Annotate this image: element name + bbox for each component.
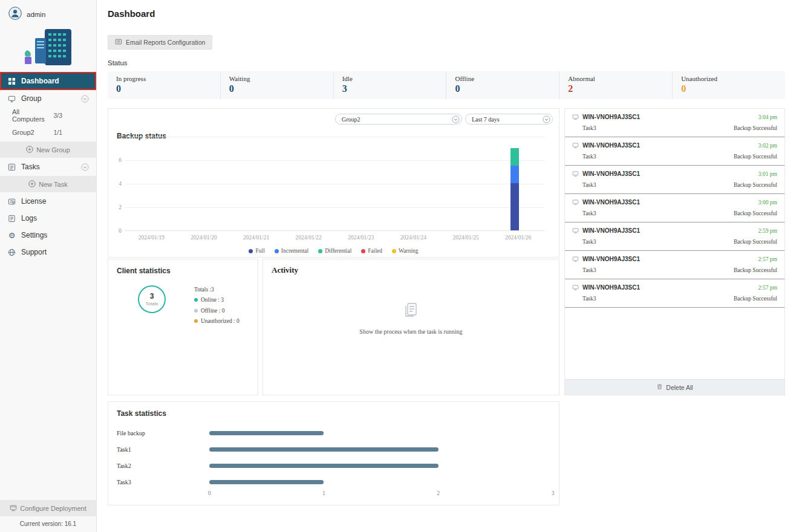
event-item[interactable]: WIN-VNOH9AJ3SC1 2:57 pm Task3 Backup Suc… <box>565 279 784 308</box>
event-computer-name: WIN-VNOH9AJ3SC1 <box>582 114 640 120</box>
configure-deployment-button[interactable]: Configure Deployment <box>0 500 96 516</box>
status-panel: In progress 0 Waiting 0 Idle 3 Offline 0 <box>108 71 785 99</box>
y-tick-label: 2 <box>111 204 122 210</box>
event-item[interactable]: WIN-VNOH9AJ3SC1 3:04 pm Task3 Backup Suc… <box>565 109 784 137</box>
event-row-top: WIN-VNOH9AJ3SC1 3:01 pm <box>572 170 777 177</box>
task-label: File backup <box>117 430 209 436</box>
content-grid: Backup status Group2 Last 7 days <box>108 108 785 505</box>
sidebar-bottom: Configure Deployment Current version: 16… <box>0 499 96 532</box>
computer-icon <box>572 170 579 177</box>
new-group-button[interactable]: New Group <box>0 141 96 158</box>
trash-icon <box>656 383 663 391</box>
event-computer-name: WIN-VNOH9AJ3SC1 <box>582 256 640 262</box>
sidebar-item-settings[interactable]: ⚙ Settings <box>0 227 96 244</box>
task-statistics-title: Task statistics <box>117 409 166 418</box>
client-legend-item: Totals :3 <box>194 284 240 295</box>
client-legend-label: Online : 3 <box>201 297 224 303</box>
donut-total-value: 3 <box>150 292 154 300</box>
version-text: Current version: 16.1 <box>0 521 96 527</box>
user-menu[interactable]: admin <box>0 0 96 27</box>
delete-all-button[interactable]: Delete All <box>565 379 784 395</box>
event-row-bottom: Task3 Backup Successful <box>572 296 777 302</box>
bar-segment-differential <box>510 148 519 166</box>
date-range-value: Last 7 days <box>472 116 500 123</box>
task-axis-tick: 1 <box>322 490 325 496</box>
delete-all-label: Delete All <box>666 384 693 391</box>
task-label: Task1 <box>117 446 209 453</box>
task-bar <box>209 464 439 468</box>
sidebar-item-group[interactable]: Group <box>0 90 96 107</box>
event-result: Backup Successful <box>734 125 777 131</box>
sidebar-group-item[interactable]: Group2 1/1 <box>0 124 96 141</box>
event-item[interactable]: WIN-VNOH9AJ3SC1 3:00 pm Task3 Backup Suc… <box>565 194 784 222</box>
email-reports-button[interactable]: Email Reports Configuration <box>108 35 212 50</box>
event-item[interactable]: WIN-VNOH9AJ3SC1 3:01 pm Task3 Backup Suc… <box>565 166 784 194</box>
activity-empty-text: Show the process when the task is runnin… <box>263 328 559 335</box>
group-filter-select[interactable]: Group2 <box>335 114 462 125</box>
event-computer-name: WIN-VNOH9AJ3SC1 <box>582 142 640 149</box>
legend-item: Failed <box>361 248 382 254</box>
sidebar-item-logs[interactable]: Logs <box>0 210 96 227</box>
legend-dot <box>361 249 365 253</box>
event-row-top: WIN-VNOH9AJ3SC1 2:57 pm <box>572 284 777 291</box>
client-legend-label: Unauthorized : 0 <box>201 318 240 324</box>
x-tick-label: 2024/01/21 <box>230 235 282 241</box>
sidebar-nav: Dashboard Group All Computers <box>0 72 96 261</box>
task-row: Task1 <box>117 441 553 458</box>
task-axis-tick: 3 <box>552 490 555 496</box>
x-tick-label: 2024/01/25 <box>440 235 492 241</box>
group-filter-value: Group2 <box>342 116 360 123</box>
x-axis-labels: 2024/01/192024/01/202024/01/212024/01/22… <box>125 235 544 241</box>
task-label: Task3 <box>117 479 209 485</box>
sidebar-item-label: Dashboard <box>21 77 59 85</box>
new-task-button[interactable]: New Task <box>0 176 96 192</box>
event-computer-name: WIN-VNOH9AJ3SC1 <box>582 227 640 234</box>
stacked-bar <box>510 148 519 231</box>
status-card-value: 0 <box>455 83 550 94</box>
computer-icon <box>572 114 579 120</box>
bar-segment-incremental <box>510 166 519 183</box>
event-item[interactable]: WIN-VNOH9AJ3SC1 2:57 pm Task3 Backup Suc… <box>565 251 784 279</box>
app-root: admin <box>0 0 799 532</box>
gridline <box>125 230 544 231</box>
legend-dot <box>194 298 198 302</box>
main-content: Dashboard Email Reports Configuration St… <box>97 0 799 532</box>
legend-item: Differential <box>318 248 351 254</box>
legend-dot <box>249 249 253 253</box>
event-result: Backup Successful <box>734 267 777 273</box>
backup-chart <box>125 137 544 231</box>
sidebar-item-support[interactable]: Support <box>0 244 96 261</box>
sidebar-item-dashboard[interactable]: Dashboard <box>0 72 96 90</box>
status-card-value: 0 <box>229 83 325 94</box>
event-row-top: WIN-VNOH9AJ3SC1 3:04 pm <box>572 114 777 120</box>
task-axis: 0123 <box>209 490 553 498</box>
status-card-value: 0 <box>681 83 777 94</box>
legend-label: Warning <box>399 248 418 254</box>
event-task-name: Task3 <box>582 182 596 188</box>
sidebar-item-label: Tasks <box>21 163 40 171</box>
sidebar-item-tasks[interactable]: Tasks <box>0 158 96 175</box>
deployment-icon <box>10 504 17 513</box>
event-time: 2:57 pm <box>758 256 777 262</box>
event-row-bottom: Task3 Backup Successful <box>572 210 777 216</box>
events-list: WIN-VNOH9AJ3SC1 3:04 pm Task3 Backup Suc… <box>565 109 784 308</box>
event-task-name: Task3 <box>582 210 596 216</box>
task-bar <box>209 431 324 435</box>
y-tick-label: 6 <box>111 157 122 163</box>
event-time: 2:57 pm <box>758 285 777 291</box>
donut-total-label: Totals <box>146 301 158 307</box>
event-item[interactable]: WIN-VNOH9AJ3SC1 3:02 pm Task3 Backup Suc… <box>565 137 784 166</box>
date-range-select[interactable]: Last 7 days <box>465 114 553 125</box>
event-result: Backup Successful <box>734 182 777 188</box>
event-item[interactable]: WIN-VNOH9AJ3SC1 2:59 pm Task3 Backup Suc… <box>565 222 784 251</box>
computer-icon <box>572 227 579 234</box>
computer-icon <box>572 142 579 149</box>
clients-donut: 3 Totals <box>138 285 166 313</box>
legend-dot <box>194 309 198 313</box>
event-time: 3:02 pm <box>758 143 777 149</box>
gear-icon: ⚙ <box>7 232 16 239</box>
event-time: 3:00 pm <box>758 199 777 206</box>
sidebar-item-license[interactable]: License <box>0 193 96 210</box>
sidebar-group-item[interactable]: All Computers 3/3 <box>0 107 96 124</box>
status-section-label: Status <box>108 59 785 66</box>
